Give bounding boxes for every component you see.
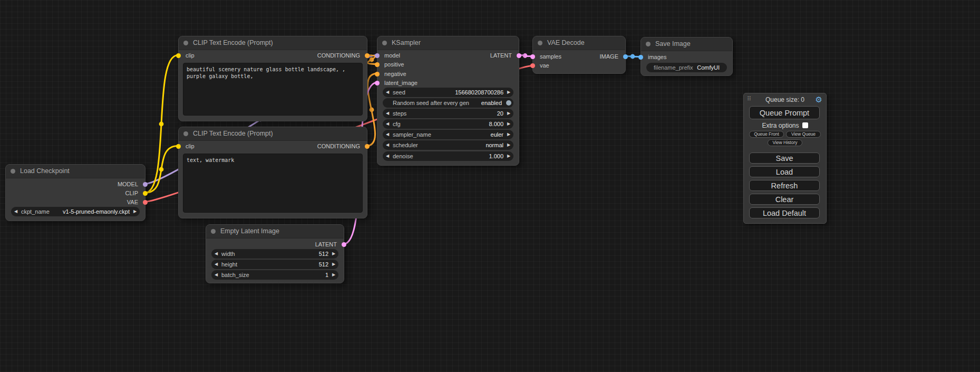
decrement-icon[interactable]: ◀ bbox=[383, 140, 392, 150]
node-title-bar[interactable]: CLIP Text Encode (Prompt) bbox=[179, 127, 367, 141]
collapse-dot-icon[interactable] bbox=[211, 229, 216, 234]
decrement-icon[interactable]: ◀ bbox=[383, 109, 392, 118]
node-save-image[interactable]: Save Image images filename_prefix ComfyU… bbox=[641, 37, 733, 76]
wire-midpoint-dot bbox=[370, 108, 374, 112]
node-title: KSampler bbox=[392, 39, 421, 46]
load-default-button[interactable]: Load Default bbox=[749, 207, 820, 218]
increment-icon[interactable]: ▶ bbox=[504, 151, 513, 161]
decrement-icon[interactable]: ◀ bbox=[383, 119, 392, 129]
increment-icon[interactable]: ▶ bbox=[329, 260, 338, 269]
output-port-conditioning[interactable] bbox=[365, 144, 370, 149]
node-vae-decode[interactable]: VAE Decode samples vae IMAGE bbox=[532, 36, 626, 74]
decrement-icon[interactable]: ◀ bbox=[212, 270, 220, 280]
input-port-clip[interactable] bbox=[176, 144, 181, 149]
decrement-icon[interactable]: ◀ bbox=[383, 130, 392, 139]
node-title-bar[interactable]: KSampler bbox=[377, 36, 519, 50]
increment-icon[interactable]: ▶ bbox=[329, 249, 338, 259]
ckpt-name-widget[interactable]: ◀ ckpt_name v1-5-pruned-emaonly.ckpt ▶ bbox=[11, 207, 140, 216]
seed-widget[interactable]: ◀ seed 156680208700286 ▶ bbox=[383, 88, 513, 97]
output-port-clip[interactable] bbox=[143, 191, 148, 196]
increment-icon[interactable]: ▶ bbox=[131, 207, 139, 216]
toggle-dot-icon[interactable] bbox=[506, 100, 511, 106]
node-title-bar[interactable]: Empty Latent Image bbox=[206, 225, 344, 239]
node-title-bar[interactable]: Load Checkpoint bbox=[6, 165, 145, 178]
height-widget[interactable]: ◀ height 512 ▶ bbox=[211, 260, 338, 269]
decrement-icon[interactable]: ◀ bbox=[12, 207, 20, 216]
input-label-vae: vae bbox=[540, 62, 549, 70]
node-title-bar[interactable]: Save Image bbox=[641, 37, 732, 51]
input-port-vae[interactable] bbox=[530, 63, 535, 68]
output-port-latent[interactable] bbox=[342, 242, 346, 247]
random-seed-widget[interactable]: Random seed after every gen enabled bbox=[383, 98, 513, 108]
collapse-dot-icon[interactable] bbox=[11, 169, 15, 174]
graph-canvas[interactable]: Load Checkpoint MODEL CLIP VAE ◀ ckpt_na… bbox=[0, 0, 980, 372]
clear-button[interactable]: Clear bbox=[749, 194, 820, 205]
denoise-widget[interactable]: ◀ denoise 1.000 ▶ bbox=[383, 151, 513, 161]
collapse-dot-icon[interactable] bbox=[646, 42, 651, 46]
node-title: VAE Decode bbox=[547, 39, 585, 46]
widget-label: Random seed after every gen bbox=[393, 98, 469, 108]
cfg-widget[interactable]: ◀ cfg 8.000 ▶ bbox=[383, 119, 513, 129]
output-label-clip: CLIP bbox=[125, 189, 138, 197]
widget-value: 8.000 bbox=[489, 119, 503, 129]
widget-label: seed bbox=[393, 88, 405, 97]
input-label-latent-image: latent_image bbox=[384, 79, 418, 87]
input-port-images[interactable] bbox=[638, 55, 643, 60]
node-load-checkpoint[interactable]: Load Checkpoint MODEL CLIP VAE ◀ ckpt_na… bbox=[5, 164, 145, 221]
node-clip-text-encode-negative[interactable]: CLIP Text Encode (Prompt) clip CONDITION… bbox=[178, 127, 367, 218]
positive-prompt-text[interactable]: beautiful scenery nature glass bottle la… bbox=[183, 63, 363, 116]
node-ksampler[interactable]: KSampler model positive negative latent_… bbox=[377, 36, 519, 166]
collapse-dot-icon[interactable] bbox=[538, 41, 542, 45]
node-title: Empty Latent Image bbox=[220, 227, 279, 235]
input-port-positive[interactable] bbox=[375, 62, 380, 67]
negative-prompt-text[interactable]: text, watermark bbox=[183, 154, 363, 213]
queue-front-button[interactable]: Queue Front bbox=[749, 131, 784, 138]
output-port-conditioning[interactable] bbox=[365, 53, 370, 58]
output-label-image: IMAGE bbox=[600, 53, 618, 61]
input-port-negative[interactable] bbox=[375, 72, 380, 77]
refresh-button[interactable]: Refresh bbox=[749, 180, 820, 191]
widget-value: euler bbox=[491, 130, 503, 139]
input-port-samples[interactable] bbox=[530, 54, 535, 59]
filename-prefix-widget[interactable]: filename_prefix ComfyUI bbox=[646, 63, 727, 72]
input-port-clip[interactable] bbox=[176, 53, 181, 58]
extra-options-checkbox[interactable] bbox=[802, 122, 808, 128]
collapse-dot-icon[interactable] bbox=[382, 41, 387, 45]
output-port-model[interactable] bbox=[143, 182, 148, 187]
view-queue-button[interactable]: View Queue bbox=[786, 131, 821, 138]
scheduler-widget[interactable]: ◀ scheduler normal ▶ bbox=[383, 140, 513, 150]
width-widget[interactable]: ◀ width 512 ▶ bbox=[211, 249, 338, 259]
save-button[interactable]: Save bbox=[749, 152, 820, 164]
decrement-icon[interactable]: ◀ bbox=[212, 260, 220, 269]
input-label-model: model bbox=[384, 52, 400, 60]
node-empty-latent-image[interactable]: Empty Latent Image LATENT ◀ width 512 ▶ … bbox=[206, 224, 344, 283]
sampler-name-widget[interactable]: ◀ sampler_name euler ▶ bbox=[383, 130, 513, 139]
output-label-model: MODEL bbox=[118, 180, 138, 188]
output-port-latent[interactable] bbox=[517, 53, 521, 58]
increment-icon[interactable]: ▶ bbox=[504, 130, 513, 139]
increment-icon[interactable]: ▶ bbox=[504, 119, 513, 129]
increment-icon[interactable]: ▶ bbox=[329, 270, 338, 280]
decrement-icon[interactable]: ◀ bbox=[212, 249, 220, 259]
increment-icon[interactable]: ▶ bbox=[504, 140, 513, 150]
node-clip-text-encode-positive[interactable]: CLIP Text Encode (Prompt) clip CONDITION… bbox=[178, 36, 367, 121]
output-port-image[interactable] bbox=[623, 54, 628, 59]
decrement-icon[interactable]: ◀ bbox=[383, 151, 392, 161]
input-port-latent-image[interactable] bbox=[375, 81, 380, 85]
batch-size-widget[interactable]: ◀ batch_size 1 ▶ bbox=[211, 270, 338, 280]
steps-widget[interactable]: ◀ steps 20 ▶ bbox=[383, 109, 513, 118]
load-button[interactable]: Load bbox=[749, 166, 820, 177]
collapse-dot-icon[interactable] bbox=[183, 41, 188, 45]
node-title-bar[interactable]: CLIP Text Encode (Prompt) bbox=[179, 36, 367, 50]
decrement-icon[interactable]: ◀ bbox=[383, 88, 392, 97]
output-port-vae[interactable] bbox=[143, 200, 148, 205]
view-history-button[interactable]: View History bbox=[768, 139, 802, 146]
increment-icon[interactable]: ▶ bbox=[504, 88, 513, 97]
extra-options-row: Extra options bbox=[744, 121, 826, 129]
input-port-model[interactable] bbox=[375, 53, 380, 58]
collapse-dot-icon[interactable] bbox=[183, 131, 188, 136]
increment-icon[interactable]: ▶ bbox=[504, 109, 513, 118]
settings-gear-icon[interactable]: ⚙ bbox=[816, 95, 822, 104]
queue-prompt-button[interactable]: Queue Prompt bbox=[749, 106, 820, 119]
node-title-bar[interactable]: VAE Decode bbox=[533, 36, 625, 50]
